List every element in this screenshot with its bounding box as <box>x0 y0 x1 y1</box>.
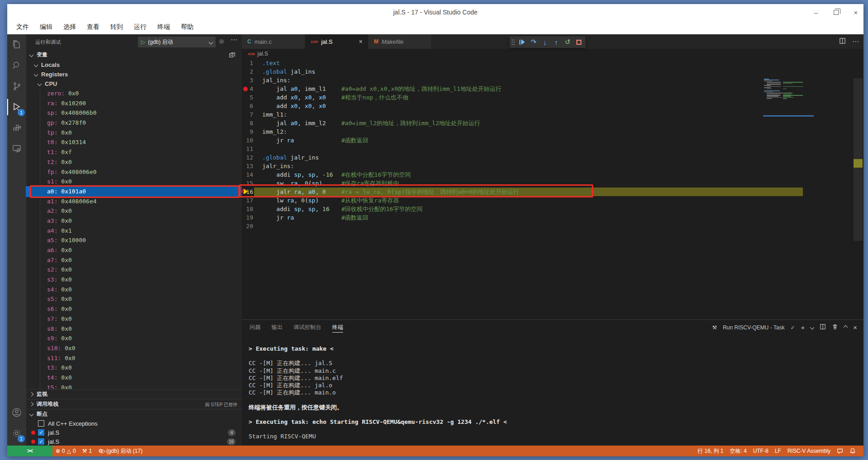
breakpoint-checkbox[interactable]: ✓ <box>38 429 44 436</box>
register-ra[interactable]: ra: 0x10200 <box>26 99 242 108</box>
new-terminal-button[interactable]: + <box>801 324 805 331</box>
code-line-13[interactable]: 13jalr_ins: <box>242 162 863 170</box>
debug-settings-gear[interactable] <box>218 38 225 47</box>
panel-tab-输出[interactable]: 输出 <box>272 320 283 335</box>
breakpoint-row[interactable]: ✓jal.S4 <box>26 428 242 437</box>
maximize-panel-icon[interactable] <box>844 325 848 330</box>
register-a2[interactable]: a2: 0x0 <box>26 206 242 216</box>
register-s3[interactable]: s3: 0x0 <box>26 275 242 285</box>
eol[interactable]: LF <box>772 446 784 456</box>
close-panel-icon[interactable]: × <box>853 324 857 331</box>
code-line-12[interactable]: 12.global jalr_ins <box>242 153 863 162</box>
code-line-14[interactable]: 14 addi sp, sp, -16#在栈中分配16字节的空间 <box>242 170 863 179</box>
stop-button[interactable] <box>574 37 584 47</box>
breakpoint-row[interactable]: ✓jal.S16 <box>26 437 242 446</box>
code-line-17[interactable]: 17 lw ra, 0(sp)#从栈中恢复ra寄存器 <box>242 196 863 205</box>
kill-terminal-icon[interactable] <box>832 324 838 331</box>
section-callstack[interactable]: 调用堆栈 因 STEP 已暂停 <box>26 399 242 409</box>
menu-帮助[interactable]: 帮助 <box>175 23 199 31</box>
drag-grip-icon[interactable] <box>511 39 515 45</box>
notifications-bell-icon[interactable] <box>846 446 859 456</box>
indentation[interactable]: 空格: 4 <box>726 446 750 456</box>
close-button[interactable]: × <box>852 8 860 16</box>
register-sp[interactable]: sp: 0x408006b0 <box>26 108 242 118</box>
encoding[interactable]: UTF-8 <box>750 446 772 456</box>
terminal-dropdown-icon[interactable] <box>810 325 815 330</box>
sidebar-item-search[interactable] <box>7 55 26 76</box>
remote-indicator[interactable]: >< <box>7 446 52 456</box>
close-tab-icon[interactable]: × <box>359 38 363 45</box>
scope-cpu[interactable]: CPU <box>26 79 242 89</box>
breadcrumb[interactable]: ASM jal.S <box>242 49 863 59</box>
sidebar-item-extensions[interactable] <box>7 117 26 138</box>
restart-button[interactable]: ↺ <box>563 37 572 47</box>
split-editor-icon[interactable] <box>839 38 846 46</box>
cursor-position[interactable]: 行 16, 列 1 <box>694 446 726 456</box>
register-a0[interactable]: a0: 0x101a0 <box>26 187 242 197</box>
sidebar-item-explorer[interactable] <box>7 34 26 55</box>
panel-tab-问题[interactable]: 问题 <box>250 320 261 335</box>
feedback-icon[interactable] <box>834 446 846 456</box>
register-t3[interactable]: t3: 0x0 <box>26 363 242 373</box>
breakpoint-checkbox[interactable]: ✓ <box>38 438 44 445</box>
step-out-button[interactable]: ↑ <box>552 37 561 47</box>
tab-Makefile[interactable]: MMakefile <box>368 34 432 49</box>
accounts-button[interactable] <box>7 402 26 423</box>
launch-config-dropdown[interactable]: ▷ (gdb) 启动 <box>138 37 216 47</box>
tab-main.c[interactable]: Cmain.c <box>242 34 305 49</box>
sidebar-item-source-control[interactable] <box>7 76 26 97</box>
section-watch[interactable]: 监视 <box>26 389 242 399</box>
tasks-status[interactable]: ⚒ 1 <box>79 446 95 456</box>
step-into-button[interactable]: ↓ <box>540 37 550 47</box>
register-t4[interactable]: t4: 0x0 <box>26 373 242 383</box>
code-line-20[interactable]: 20 <box>242 222 863 230</box>
section-breakpoints[interactable]: 断点 <box>26 409 242 419</box>
register-s11[interactable]: s11: 0x0 <box>26 353 242 363</box>
register-s9[interactable]: s9: 0x0 <box>26 333 242 343</box>
menu-选择[interactable]: 选择 <box>58 23 81 31</box>
menu-运行[interactable]: 运行 <box>128 23 152 31</box>
register-a4[interactable]: a4: 0x1 <box>26 226 242 236</box>
terminal-task-label[interactable]: Run RISCV-QEMU - Task <box>723 324 784 331</box>
menu-文件[interactable]: 文件 <box>11 23 34 31</box>
menu-查看[interactable]: 查看 <box>81 23 105 31</box>
step-over-button[interactable]: ↷ <box>529 37 538 47</box>
sidebar-item-remote-explorer[interactable] <box>7 138 26 159</box>
breakpoint-dot-icon[interactable] <box>243 87 248 91</box>
register-tp[interactable]: tp: 0x0 <box>26 128 242 138</box>
register-a1[interactable]: a1: 0x408006e4 <box>26 197 242 207</box>
breakpoint-row[interactable]: All C++ Exceptions <box>26 419 242 428</box>
register-t2[interactable]: t2: 0x0 <box>26 157 242 167</box>
register-s8[interactable]: s8: 0x0 <box>26 324 242 334</box>
register-t5[interactable]: t5: 0x0 <box>26 383 242 389</box>
collapse-all-icon[interactable] <box>229 52 236 60</box>
menu-转到[interactable]: 转到 <box>105 23 128 31</box>
terminal-output[interactable]: > Executing task: make < CC -[M] 正在构建...… <box>249 345 854 446</box>
register-s5[interactable]: s5: 0x0 <box>26 294 242 304</box>
register-s4[interactable]: s4: 0x0 <box>26 285 242 295</box>
register-t0[interactable]: t0: 0x10314 <box>26 137 242 147</box>
register-fp[interactable]: fp: 0x408006e0 <box>26 167 242 177</box>
register-gp[interactable]: gp: 0x278f0 <box>26 118 242 128</box>
panel-tab-调试控制台[interactable]: 调试控制台 <box>293 320 321 335</box>
breakpoint-checkbox[interactable] <box>38 420 44 427</box>
code-line-1[interactable]: 1.text <box>242 59 863 67</box>
register-s6[interactable]: s6: 0x0 <box>26 304 242 314</box>
code-line-18[interactable]: 18 addi sp, sp, 16#回收栈中分配的16字节的空间 <box>242 205 863 213</box>
section-variables[interactable]: 变量 <box>26 50 242 60</box>
register-s7[interactable]: s7: 0x0 <box>26 314 242 324</box>
tab-jal.S[interactable]: ASMjal.S× <box>305 34 368 49</box>
register-zero[interactable]: zero: 0x0 <box>26 89 242 99</box>
register-t1[interactable]: t1: 0xf <box>26 147 242 157</box>
panel-tab-终端[interactable]: 终端 <box>332 320 344 335</box>
more-actions-icon[interactable]: ⋯ <box>231 36 238 44</box>
menu-终端[interactable]: 终端 <box>152 23 175 31</box>
problems-status[interactable]: ⊗ 0 △ 0 <box>52 446 79 456</box>
scope-locals[interactable]: Locals <box>26 60 242 70</box>
minimize-button[interactable]: – <box>812 8 820 16</box>
register-a7[interactable]: a7: 0x0 <box>26 255 242 265</box>
minimap[interactable] <box>763 79 804 142</box>
code-line-19[interactable]: 19 jr ra#函数返回 <box>242 213 863 222</box>
restore-button[interactable] <box>832 8 840 16</box>
code-line-2[interactable]: 2.global jal_ins <box>242 67 863 76</box>
